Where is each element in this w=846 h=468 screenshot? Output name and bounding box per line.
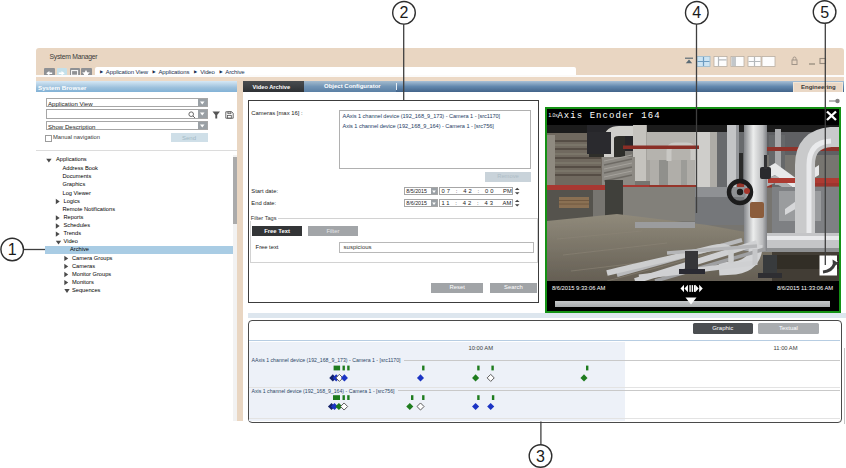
svg-text:1: 1 bbox=[8, 241, 17, 258]
svg-text:5: 5 bbox=[820, 4, 829, 21]
svg-text:2: 2 bbox=[400, 4, 409, 21]
svg-text:4: 4 bbox=[692, 4, 701, 21]
svg-text:3: 3 bbox=[536, 448, 545, 465]
